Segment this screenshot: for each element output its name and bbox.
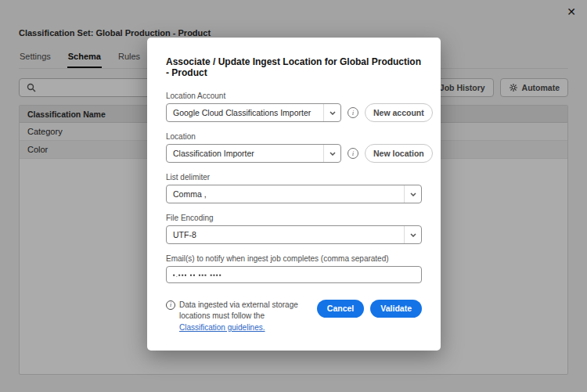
dialog-title: Associate / Update Ingest Location for G… bbox=[166, 56, 422, 78]
location-account-field: Location Account Google Cloud Classifica… bbox=[166, 92, 422, 122]
notify-emails-label: Email(s) to notify when ingest job compl… bbox=[166, 254, 422, 263]
info-icon[interactable]: i bbox=[348, 107, 358, 118]
file-encoding-label: File Encoding bbox=[166, 214, 422, 222]
new-account-button[interactable]: New account bbox=[365, 103, 433, 122]
note-text: Data ingested via external storage locat… bbox=[179, 300, 298, 321]
location-select[interactable]: Classification Importer bbox=[166, 144, 341, 163]
list-delimiter-select[interactable]: Comma , bbox=[166, 185, 422, 203]
chevron-down-icon bbox=[404, 185, 421, 203]
chevron-down-icon bbox=[323, 104, 340, 121]
info-icon[interactable]: i bbox=[348, 148, 358, 159]
storage-note: i Data ingested via external storage loc… bbox=[166, 300, 309, 334]
location-account-label: Location Account bbox=[166, 92, 422, 100]
chevron-down-icon bbox=[323, 145, 340, 162]
location-label: Location bbox=[166, 132, 422, 141]
list-delimiter-label: List delimiter bbox=[166, 173, 422, 182]
location-value: Classification Importer bbox=[167, 149, 323, 158]
file-encoding-select[interactable]: UTF-8 bbox=[166, 225, 422, 244]
list-delimiter-field: List delimiter Comma , bbox=[166, 173, 422, 203]
location-field: Location Classification Importer i New l… bbox=[166, 132, 422, 163]
validate-button[interactable]: Validate bbox=[370, 300, 422, 318]
classification-guidelines-link[interactable]: Classification guidelines. bbox=[179, 323, 265, 332]
close-icon[interactable]: ✕ bbox=[567, 6, 576, 17]
notify-emails-field: Email(s) to notify when ingest job compl… bbox=[166, 254, 422, 283]
location-account-value: Google Cloud Classifications Importer bbox=[167, 108, 323, 117]
list-delimiter-value: Comma , bbox=[167, 189, 404, 199]
location-account-select[interactable]: Google Cloud Classifications Importer bbox=[166, 103, 341, 122]
new-location-button[interactable]: New location bbox=[365, 144, 433, 163]
file-encoding-value: UTF-8 bbox=[167, 230, 404, 239]
file-encoding-field: File Encoding UTF-8 bbox=[166, 214, 422, 244]
dialog-footer: i Data ingested via external storage loc… bbox=[166, 300, 422, 334]
info-icon: i bbox=[166, 300, 175, 310]
chevron-down-icon bbox=[404, 226, 421, 243]
notify-emails-value: ▪.▪▪▪ ▪▪ ▪▪▪ ▪▪▪▪ bbox=[173, 272, 222, 279]
cancel-button[interactable]: Cancel bbox=[317, 300, 364, 318]
notify-emails-input[interactable]: ▪.▪▪▪ ▪▪ ▪▪▪ ▪▪▪▪ bbox=[166, 266, 422, 283]
ingest-location-dialog: Associate / Update Ingest Location for G… bbox=[147, 38, 441, 351]
